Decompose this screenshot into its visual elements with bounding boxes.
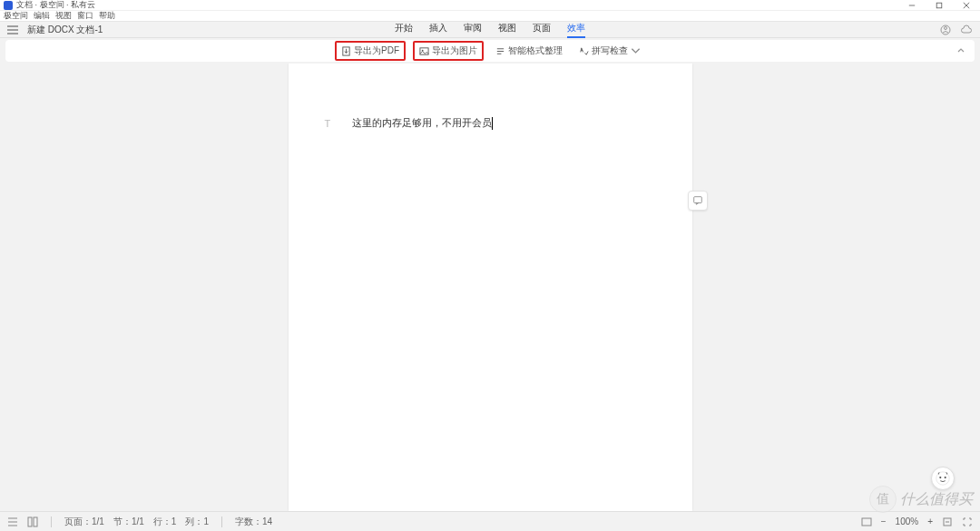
comment-button[interactable] (688, 191, 708, 211)
title-bar: 文档 · 极空间 · 私有云 (0, 0, 980, 11)
doc-name: 新建 DOCX 文档-1 (27, 24, 103, 36)
smart-format-label: 智能格式整理 (508, 44, 563, 57)
svg-rect-10 (420, 47, 428, 54)
menu-item-space[interactable]: 极空间 (4, 10, 28, 22)
page-content[interactable]: 这里的内存足够用，不用开会员 (289, 64, 692, 182)
svg-point-17 (939, 477, 941, 478)
tab-start[interactable]: 开始 (395, 22, 413, 38)
status-column: 列：1 (185, 516, 209, 528)
comment-icon (692, 195, 703, 206)
export-image-label: 导出为图片 (432, 44, 477, 57)
menu-item-view[interactable]: 视图 (55, 10, 72, 22)
window-title: 文档 · 极空间 · 私有云 (16, 0, 95, 11)
window-controls (898, 0, 980, 11)
document-page[interactable]: T 这里的内存足够用，不用开会员 (289, 64, 692, 511)
svg-point-8 (945, 26, 947, 29)
close-button[interactable] (953, 0, 980, 11)
divider (51, 516, 52, 527)
doc-bar: 新建 DOCX 文档-1 开始 插入 审阅 视图 页面 效率 (0, 22, 980, 38)
zoom-level[interactable]: 100% (896, 516, 919, 526)
fullscreen-icon[interactable] (962, 516, 973, 527)
divider (221, 516, 222, 527)
hamburger-icon[interactable] (7, 25, 18, 34)
zoom-in-button[interactable]: + (927, 516, 933, 526)
menu-item-edit[interactable]: 编辑 (34, 10, 50, 22)
status-bar: 页面：1/1 节：1/1 行：1 列：1 字数：14 − 100% + (0, 511, 980, 531)
avatar-icon (935, 470, 951, 487)
tab-insert[interactable]: 插入 (429, 22, 447, 38)
svg-rect-23 (34, 517, 37, 526)
svg-point-18 (945, 477, 946, 478)
outline-icon[interactable] (7, 516, 18, 527)
export-pdf-button[interactable]: 导出为PDF (335, 41, 406, 61)
svg-rect-1 (936, 3, 942, 8)
menu-item-help[interactable]: 帮助 (99, 10, 115, 22)
menu-bar: 极空间 编辑 视图 窗口 帮助 (0, 11, 980, 22)
minimize-button[interactable] (898, 0, 926, 11)
tab-view[interactable]: 视图 (498, 22, 516, 38)
menu-item-window[interactable]: 窗口 (77, 10, 93, 22)
toolbar: 导出为PDF 导出为图片 智能格式整理 拼写检查 (5, 40, 975, 62)
share-icon[interactable] (940, 25, 951, 35)
ribbon-tabs: 开始 插入 审阅 视图 页面 效率 (395, 22, 585, 38)
smart-format-button[interactable]: 智能格式整理 (491, 43, 567, 59)
export-image-button[interactable]: 导出为图片 (413, 41, 484, 61)
status-section: 节：1/1 (113, 516, 144, 528)
spell-check-button[interactable]: 拼写检查 (574, 43, 645, 59)
body-text: 这里的内存足够用，不用开会员 (352, 117, 492, 128)
text-caret (492, 117, 493, 130)
cloud-icon[interactable] (960, 25, 973, 35)
svg-rect-15 (694, 197, 702, 203)
svg-rect-22 (28, 517, 32, 526)
app-icon (4, 1, 13, 10)
status-line: 行：1 (153, 516, 177, 528)
status-left: 页面：1/1 节：1/1 行：1 列：1 字数：14 (7, 516, 272, 528)
docbar-right-icons (940, 25, 973, 35)
status-page[interactable]: 页面：1/1 (64, 516, 104, 528)
maximize-button[interactable] (926, 0, 953, 11)
layout-icon[interactable] (27, 516, 38, 527)
export-pdf-icon (341, 46, 351, 56)
tab-page[interactable]: 页面 (533, 22, 551, 38)
export-pdf-label: 导出为PDF (354, 44, 399, 57)
view-mode-icon[interactable] (861, 516, 872, 527)
collapse-toolbar-icon[interactable] (956, 46, 965, 55)
assistant-avatar[interactable] (931, 467, 955, 490)
status-right: − 100% + (861, 516, 973, 527)
tab-review[interactable]: 审阅 (464, 22, 482, 38)
tab-efficiency[interactable]: 效率 (567, 22, 585, 38)
spellcheck-icon (579, 46, 589, 56)
format-icon (495, 46, 505, 56)
svg-rect-24 (862, 518, 871, 526)
status-word-count[interactable]: 字数：14 (235, 516, 272, 528)
export-image-icon (419, 46, 429, 56)
fit-width-icon[interactable] (942, 516, 953, 527)
zoom-out-button[interactable]: − (881, 516, 887, 526)
canvas-area: T 这里的内存足够用，不用开会员 (0, 64, 980, 511)
spell-check-label: 拼写检查 (592, 44, 628, 57)
chevron-down-icon (631, 46, 641, 56)
